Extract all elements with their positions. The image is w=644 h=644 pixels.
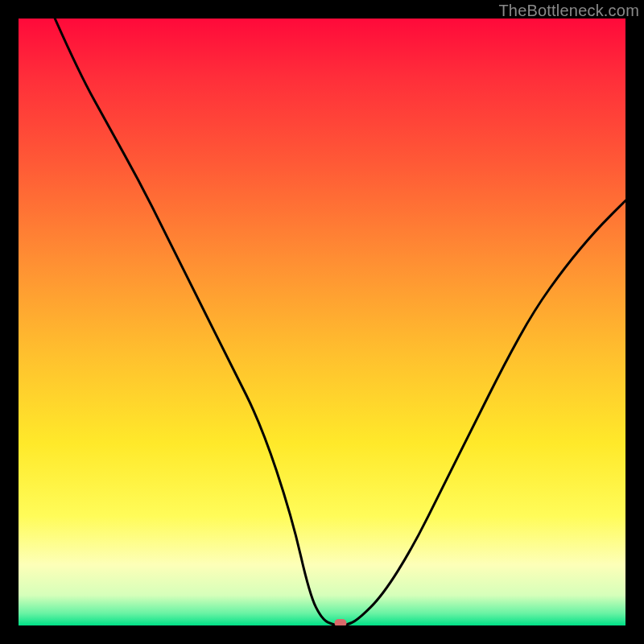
plot-area [19, 19, 625, 625]
bottleneck-curve-svg [19, 19, 625, 625]
bottleneck-curve-path [55, 19, 625, 625]
chart-container: TheBottleneck.com [0, 0, 644, 644]
bottleneck-marker [334, 619, 346, 625]
watermark-text: TheBottleneck.com [498, 2, 639, 20]
